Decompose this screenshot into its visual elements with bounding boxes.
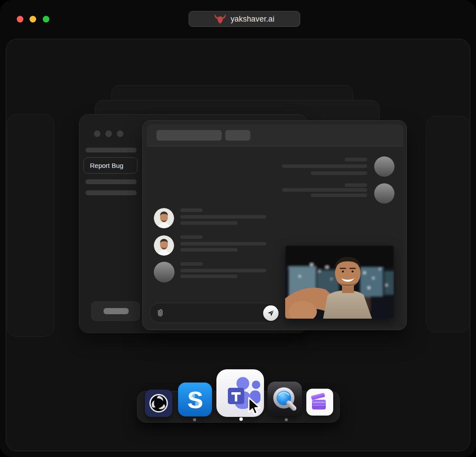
avatar-placeholder	[374, 156, 394, 177]
message-input[interactable]	[149, 303, 277, 323]
chat-header	[147, 124, 403, 146]
sidebar-bottom-button[interactable]	[91, 301, 140, 321]
dock-item-clipchamp[interactable]	[306, 389, 333, 416]
svg-text:S: S	[187, 386, 203, 413]
traffic-light-zoom[interactable]	[43, 16, 49, 22]
peek-card-left	[7, 114, 54, 337]
running-indicator-teams	[239, 417, 243, 421]
skeleton-bar	[180, 221, 238, 225]
skeleton-bar	[225, 130, 250, 141]
skeleton-bar	[180, 242, 266, 245]
skeleton-bar	[104, 308, 129, 314]
skeleton-bar	[156, 130, 222, 141]
dock-item-obs-studio[interactable]	[145, 390, 172, 417]
screenshot-canvas: yakshaver.ai Report Bug	[0, 0, 476, 457]
skeleton-bar	[282, 164, 367, 168]
dock-item-quicktime[interactable]	[268, 382, 302, 416]
skeleton-bar	[345, 183, 367, 187]
paperclip-icon[interactable]	[155, 308, 165, 318]
chat-body	[147, 146, 403, 327]
address-pill[interactable]: yakshaver.ai	[189, 11, 300, 27]
send-button[interactable]	[263, 305, 279, 321]
site-name: yakshaver.ai	[231, 15, 275, 24]
send-plane-icon	[267, 309, 275, 317]
skeleton-bar	[180, 275, 238, 278]
peek-card-right	[426, 116, 470, 332]
mouse-cursor-arrow	[248, 397, 261, 416]
window-dot	[94, 130, 100, 137]
selfie-video-illustration	[285, 245, 394, 319]
avatar-photo	[154, 208, 174, 228]
skeleton-bar	[180, 248, 238, 252]
window-dot	[117, 130, 123, 137]
skeleton-bar	[180, 215, 266, 219]
skeleton-bar	[311, 171, 367, 175]
yak-logo-icon	[214, 14, 226, 24]
skeleton-bar	[180, 262, 203, 266]
skeleton-bar	[180, 269, 266, 272]
skeleton-bar	[180, 235, 203, 239]
traffic-light-close[interactable]	[17, 16, 23, 22]
dock-item-snagit[interactable]: S	[178, 383, 212, 416]
skeleton-bar	[86, 179, 137, 184]
skeleton-bar	[86, 190, 137, 195]
report-bug-button[interactable]: Report Bug	[83, 157, 138, 174]
window-dot	[105, 130, 112, 137]
traffic-light-minimize[interactable]	[30, 16, 36, 22]
running-indicator-quicktime	[285, 418, 288, 421]
skeleton-bar	[311, 193, 367, 197]
avatar-photo	[154, 235, 174, 256]
skeleton-bar	[86, 148, 137, 152]
chat-inner-panel	[147, 124, 403, 327]
avatar-placeholder	[154, 262, 175, 282]
chat-mock-window	[142, 120, 407, 330]
running-indicator-snagit	[193, 418, 196, 421]
avatar-placeholder	[374, 183, 394, 204]
main-window: Report Bug	[6, 39, 470, 451]
skeleton-bar	[345, 158, 367, 161]
skeleton-bar	[282, 188, 367, 192]
skeleton-bar	[180, 208, 203, 212]
video-call-thumbnail[interactable]	[285, 245, 394, 319]
